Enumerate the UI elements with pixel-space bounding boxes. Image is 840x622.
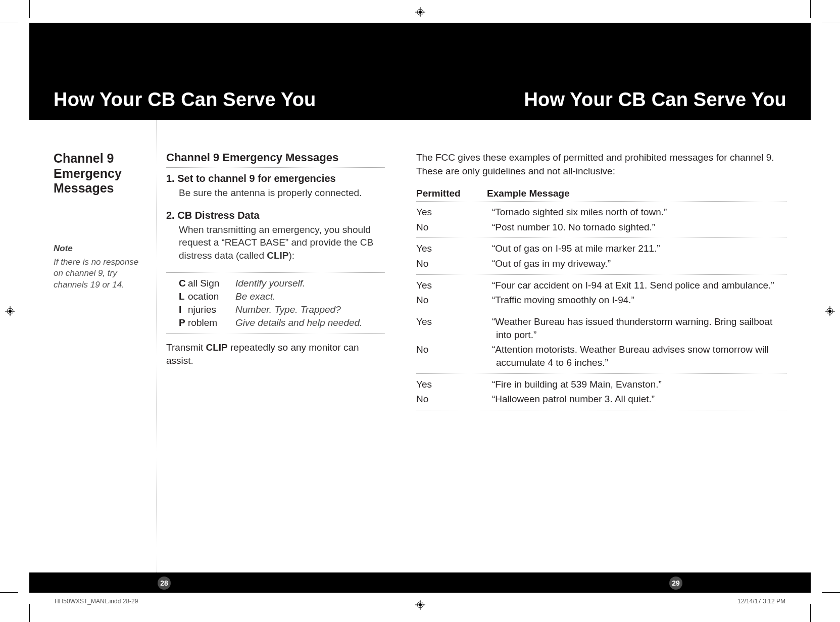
clip-letter: P (179, 316, 188, 329)
registration-mark-icon (5, 306, 15, 316)
example-group: Yes“Out of gas on I-95 at mile marker 21… (416, 238, 786, 274)
main-right-column: The FCC gives these examples of permitte… (399, 120, 811, 587)
section-heading: Channel 9 Emergency Messages (166, 151, 385, 168)
header-band: How Your CB Can Serve You How Your CB Ca… (29, 23, 811, 120)
example-group: Yes“Fire in building at 539 Main, Evanst… (416, 374, 786, 410)
clip-desc: Be exact. (235, 290, 275, 303)
content-area: Channel 9 Emergency Messages Note If the… (29, 120, 811, 587)
clip-letter: L (179, 290, 188, 303)
head-message: Example Message (487, 188, 570, 199)
example-row: No“Traffic moving smoothly on I-94.” (416, 293, 786, 308)
example-row: Yes“Fire in building at 539 Main, Evanst… (416, 377, 786, 392)
page-number-right: 29 (669, 577, 682, 590)
main-left-column: Channel 9 Emergency Messages 1. Set to c… (157, 120, 399, 587)
message-cell: “Out of gas in my driveway.” (487, 257, 786, 270)
crop-mark (810, 0, 811, 18)
head-permitted: Permitted (416, 188, 487, 199)
registration-mark-icon (415, 7, 425, 17)
clip-row: C all Sign Identify yourself. (179, 277, 385, 290)
crop-mark (810, 604, 811, 622)
registration-mark-icon (825, 306, 835, 316)
clip-word: all Sign (188, 277, 235, 290)
example-row: No“Out of gas in my driveway.” (416, 256, 786, 271)
example-row: Yes“Weather Bureau has issued thundersto… (416, 314, 786, 342)
crop-mark (0, 592, 18, 593)
note-body: If there is no response on channel 9, tr… (54, 257, 147, 292)
clip-row: I njuries Number. Type. Trapped? (179, 303, 385, 316)
example-group: Yes“Tornado sighted six miles north of t… (416, 202, 786, 238)
message-cell: “Post number 10. No tornado sighted.” (487, 221, 786, 234)
page-number-left: 28 (158, 577, 171, 590)
clip-row: L ocation Be exact. (179, 290, 385, 303)
clip-desc: Give details and help needed. (235, 316, 362, 329)
clip-letter: I (179, 303, 188, 316)
sidebar-column: Channel 9 Emergency Messages Note If the… (29, 120, 157, 587)
crop-mark (29, 604, 30, 622)
imprint-date: 12/14/17 3:12 PM (737, 598, 785, 605)
step-2-body-post: ): (289, 250, 295, 261)
header-title-left: How Your CB Can Serve You (54, 89, 316, 111)
permitted-cell: Yes (416, 279, 487, 292)
note-label: Note (54, 244, 147, 254)
example-row: No“Halloween patrol number 3. All quiet.… (416, 392, 786, 407)
message-cell: “Weather Bureau has issued thunderstorm … (487, 315, 786, 341)
crop-mark (0, 23, 18, 23)
step-1-body: Be sure the antenna is properly connecte… (166, 186, 385, 200)
transmit-pre: Transmit (166, 342, 206, 353)
example-table-head: Permitted Example Message (416, 188, 786, 202)
example-table: Permitted Example Message Yes“Tornado si… (416, 188, 786, 410)
clip-word: ocation (188, 290, 235, 303)
message-cell: “Halloween patrol number 3. All quiet.” (487, 393, 786, 406)
step-2-body-bold: CLIP (267, 250, 288, 261)
crop-mark (29, 0, 30, 18)
permitted-cell: No (416, 221, 487, 234)
clip-word: roblem (188, 316, 235, 329)
step-2-body: When transmitting an emergency, you shou… (166, 223, 385, 262)
sidebar-heading: Channel 9 Emergency Messages (54, 151, 147, 196)
clip-desc: Identify yourself. (235, 277, 305, 290)
example-group: Yes“Four car accident on I-94 at Exit 11… (416, 275, 786, 311)
example-row: No“Attention motorists. Weather Bureau a… (416, 342, 786, 370)
right-intro: The FCC gives these examples of permitte… (416, 151, 786, 178)
permitted-cell: No (416, 393, 487, 406)
example-row: Yes“Tornado sighted six miles north of t… (416, 205, 786, 220)
message-cell: “Out of gas on I-95 at mile marker 211.” (487, 242, 786, 255)
clip-box: C all Sign Identify yourself. L ocation … (166, 272, 385, 334)
clip-word: njuries (188, 303, 235, 316)
step-1: 1. Set to channel 9 for emergencies Be s… (166, 173, 385, 200)
example-row: No“Post number 10. No tornado sighted.” (416, 220, 786, 235)
registration-mark-icon (415, 600, 425, 610)
message-cell: “Tornado sighted six miles north of town… (487, 206, 786, 219)
header-title-right: How Your CB Can Serve You (524, 89, 786, 111)
crop-mark (822, 23, 840, 23)
permitted-cell: Yes (416, 315, 487, 341)
transmit-line: Transmit CLIP repeatedly so any monitor … (166, 341, 385, 367)
message-cell: “Four car accident on I-94 at Exit 11. S… (487, 279, 786, 292)
message-cell: “Fire in building at 539 Main, Evanston.… (487, 378, 786, 391)
footer-band: 28 29 (29, 572, 811, 593)
permitted-cell: Yes (416, 206, 487, 219)
clip-letter: C (179, 277, 188, 290)
message-cell: “Attention motorists. Weather Bureau adv… (487, 343, 786, 369)
step-1-title: 1. Set to channel 9 for emergencies (166, 173, 385, 184)
transmit-bold: CLIP (206, 342, 227, 353)
message-cell: “Traffic moving smoothly on I-94.” (487, 294, 786, 307)
permitted-cell: No (416, 294, 487, 307)
imprint-file: HH50WXST_MANL.indd 28-29 (55, 598, 138, 605)
permitted-cell: No (416, 257, 487, 270)
clip-desc: Number. Type. Trapped? (235, 303, 341, 316)
example-group: Yes“Weather Bureau has issued thundersto… (416, 311, 786, 374)
example-row: Yes“Out of gas on I-95 at mile marker 21… (416, 241, 786, 256)
step-2-title: 2. CB Distress Data (166, 210, 385, 221)
permitted-cell: No (416, 343, 487, 369)
clip-row: P roblem Give details and help needed. (179, 316, 385, 329)
step-2: 2. CB Distress Data When transmitting an… (166, 210, 385, 262)
example-row: Yes“Four car accident on I-94 at Exit 11… (416, 278, 786, 293)
permitted-cell: Yes (416, 378, 487, 391)
crop-mark (822, 592, 840, 593)
permitted-cell: Yes (416, 242, 487, 255)
